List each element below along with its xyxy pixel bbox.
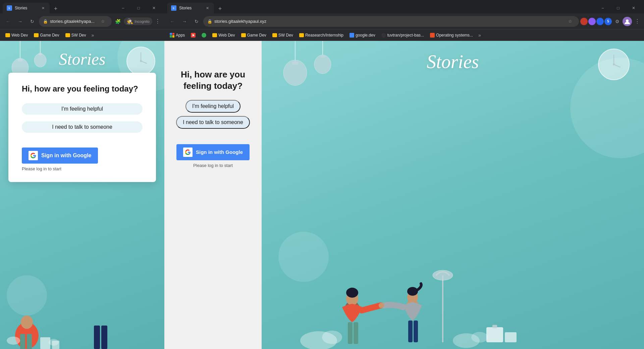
left-google-signin-btn[interactable]: Sign in with Google bbox=[22, 148, 98, 164]
right-bookmarks-bar: Apps Web Dev Game Dev bbox=[164, 30, 644, 41]
right-bm-apps[interactable]: Apps bbox=[167, 32, 187, 39]
right-active-tab[interactable]: S Stories ✕ bbox=[167, 3, 214, 13]
right-bm-swdev[interactable]: SW Dev bbox=[270, 32, 296, 39]
left-browser: S Stories ✕ + – □ ✕ ← → ↻ 🔒 bbox=[0, 0, 164, 349]
right-ext-shield-btn[interactable] bbox=[596, 18, 604, 25]
left-tab-bar: S Stories ✕ + – □ ✕ bbox=[0, 0, 164, 13]
svg-point-28 bbox=[613, 63, 615, 65]
right-bm-research[interactable]: Reasearch/Internship bbox=[297, 32, 346, 39]
right-bm-webdev[interactable]: Web Dev bbox=[210, 32, 237, 39]
left-bookmark-webdev[interactable]: Web Dev bbox=[3, 32, 31, 39]
right-browser: S Stories ✕ + – □ ✕ ← → ↻ 🔒 bbox=[164, 0, 644, 349]
right-bm-googledev[interactable]: google.dev bbox=[347, 32, 378, 39]
svg-point-31 bbox=[292, 61, 299, 65]
right-lock-icon: 🔒 bbox=[207, 19, 212, 24]
left-bm-gamedev-icon bbox=[34, 33, 39, 37]
right-ext-purple-btn[interactable] bbox=[588, 18, 596, 25]
left-tab-title: Stories bbox=[15, 6, 38, 10]
svg-rect-52 bbox=[486, 327, 503, 342]
left-address-bar: ← → ↻ 🔒 stories.gitaalekhyapa... ☆ 🧩 🕵 I… bbox=[0, 13, 164, 30]
right-ext-red-btn[interactable] bbox=[580, 18, 588, 25]
left-question-text: Hi, how are you feeling today? bbox=[22, 83, 143, 94]
right-bm-os[interactable]: Operating systems... bbox=[427, 32, 476, 39]
svg-rect-19 bbox=[52, 341, 59, 349]
left-forward-btn[interactable]: → bbox=[15, 16, 25, 27]
svg-point-6 bbox=[34, 54, 46, 67]
right-bm-apps-label: Apps bbox=[176, 33, 185, 38]
left-url-text: stories.gitaalekhyapa... bbox=[50, 19, 96, 24]
svg-text:S: S bbox=[8, 7, 10, 9]
left-url-bar[interactable]: 🔒 stories.gitaalekhyapa... ☆ bbox=[39, 16, 112, 27]
left-reload-btn[interactable]: ↻ bbox=[27, 16, 38, 27]
right-bm-gamedev-label: Game Dev bbox=[247, 33, 266, 38]
svg-point-43 bbox=[379, 303, 384, 308]
left-new-tab-btn[interactable]: + bbox=[51, 4, 60, 13]
right-url-text: stories.gitaalekhyapaul.xyz bbox=[214, 19, 564, 24]
left-back-btn[interactable]: ← bbox=[3, 16, 13, 27]
left-option1-btn[interactable]: I'm feeling helpful bbox=[22, 103, 143, 115]
right-bm-yt-icon bbox=[191, 33, 196, 38]
right-bm-webdev-icon bbox=[212, 33, 217, 37]
left-bookmark-star-btn[interactable]: ☆ bbox=[98, 17, 108, 26]
right-menu-btn[interactable]: ⋮ bbox=[633, 17, 641, 26]
left-bookmarks-more-btn[interactable]: » bbox=[90, 31, 96, 39]
left-maximize-btn[interactable]: □ bbox=[131, 3, 146, 13]
svg-point-16 bbox=[7, 337, 20, 345]
left-tab-close-btn[interactable]: ✕ bbox=[40, 5, 46, 11]
svg-point-47 bbox=[433, 270, 453, 280]
right-tab-bar: S Stories ✕ + – □ ✕ bbox=[164, 0, 644, 13]
left-incognito-icon: 🕵 bbox=[126, 18, 133, 24]
right-forward-btn[interactable]: → bbox=[179, 16, 190, 27]
right-maximize-btn[interactable]: □ bbox=[610, 3, 626, 13]
right-ext-gear-btn[interactable]: ⚙ bbox=[612, 17, 622, 26]
left-option2-btn[interactable]: I need to talk to someone bbox=[22, 121, 143, 133]
right-reload-btn[interactable]: ↻ bbox=[191, 16, 202, 27]
right-choices: I'm feeling helpful I need to talk to so… bbox=[176, 100, 250, 129]
left-bookmark-swdev[interactable]: SW Dev bbox=[63, 32, 89, 39]
left-login-hint: Please log in to start bbox=[22, 166, 143, 171]
right-bm-gamedev[interactable]: Game Dev bbox=[238, 32, 269, 39]
left-incognito-label: Incognito bbox=[135, 19, 150, 23]
left-dialog-card: Hi, how are you feeling today? I'm feeli… bbox=[8, 73, 156, 182]
right-ext-num-btn[interactable]: 5 bbox=[604, 18, 612, 25]
left-bm-gamedev-label: Game Dev bbox=[40, 33, 59, 38]
right-bm-green[interactable] bbox=[199, 32, 209, 39]
right-minimize-btn[interactable]: – bbox=[595, 3, 610, 13]
right-bm-gamedev-icon bbox=[241, 33, 246, 37]
left-bookmark-gamedev[interactable]: Game Dev bbox=[31, 32, 62, 39]
right-option1-btn[interactable]: I'm feeling helpful bbox=[185, 100, 240, 113]
right-tab-close-btn[interactable]: ✕ bbox=[205, 5, 210, 11]
right-profile-avatar[interactable] bbox=[623, 17, 632, 26]
right-bm-swdev-label: SW Dev bbox=[278, 33, 293, 38]
right-option2-btn[interactable]: I need to talk to someone bbox=[176, 116, 250, 129]
right-bm-github-label: tuvtran/project-bas... bbox=[387, 33, 424, 38]
svg-rect-45 bbox=[414, 321, 418, 342]
svg-rect-20 bbox=[94, 326, 100, 349]
left-active-tab[interactable]: S Stories ✕ bbox=[3, 3, 50, 13]
right-bm-webdev-label: Web Dev bbox=[218, 33, 235, 38]
right-url-bar[interactable]: 🔒 stories.gitaalekhyapaul.xyz ☆ bbox=[203, 16, 579, 27]
right-bm-yt[interactable] bbox=[188, 32, 198, 39]
right-bm-github[interactable]: tuvtran/project-bas... bbox=[379, 32, 427, 39]
right-close-btn[interactable]: ✕ bbox=[626, 3, 641, 13]
svg-rect-15 bbox=[27, 334, 32, 349]
left-close-btn[interactable]: ✕ bbox=[146, 3, 162, 13]
svg-rect-44 bbox=[408, 321, 413, 342]
right-address-bar: ← → ↻ 🔒 stories.gitaalekhyapaul.xyz ☆ 5 bbox=[164, 13, 644, 30]
left-page-content: Stories Hi, how are you feeling today? I… bbox=[0, 41, 164, 349]
left-minimize-btn[interactable]: – bbox=[115, 3, 131, 13]
right-bookmark-star-btn[interactable]: ☆ bbox=[566, 17, 575, 26]
svg-point-24 bbox=[626, 19, 629, 22]
left-menu-btn[interactable]: ⋮ bbox=[154, 17, 162, 26]
right-google-signin-btn[interactable]: Sign in with Google bbox=[176, 144, 250, 160]
svg-point-4 bbox=[17, 58, 23, 62]
right-bookmarks-more-btn[interactable]: » bbox=[476, 31, 483, 39]
svg-point-49 bbox=[322, 331, 342, 344]
left-extensions-btn[interactable]: 🧩 bbox=[113, 17, 122, 26]
right-new-tab-btn[interactable]: + bbox=[215, 4, 225, 13]
right-google-g-icon bbox=[183, 148, 193, 157]
right-back-btn[interactable]: ← bbox=[167, 16, 178, 27]
svg-rect-18 bbox=[40, 337, 50, 349]
svg-rect-53 bbox=[492, 325, 497, 328]
right-ext-icons: 5 ⚙ bbox=[580, 17, 632, 26]
